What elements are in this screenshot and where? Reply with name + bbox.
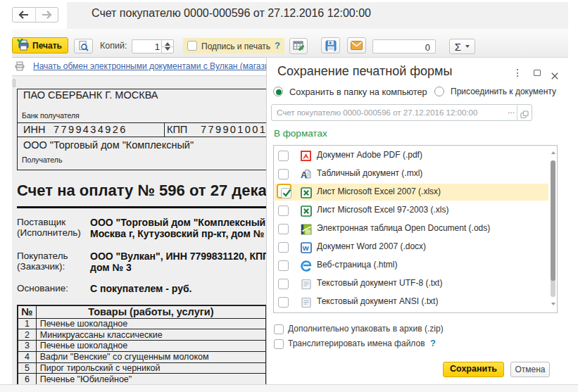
svg-text:A: A <box>301 170 308 180</box>
svg-text:W: W <box>303 244 309 252</box>
